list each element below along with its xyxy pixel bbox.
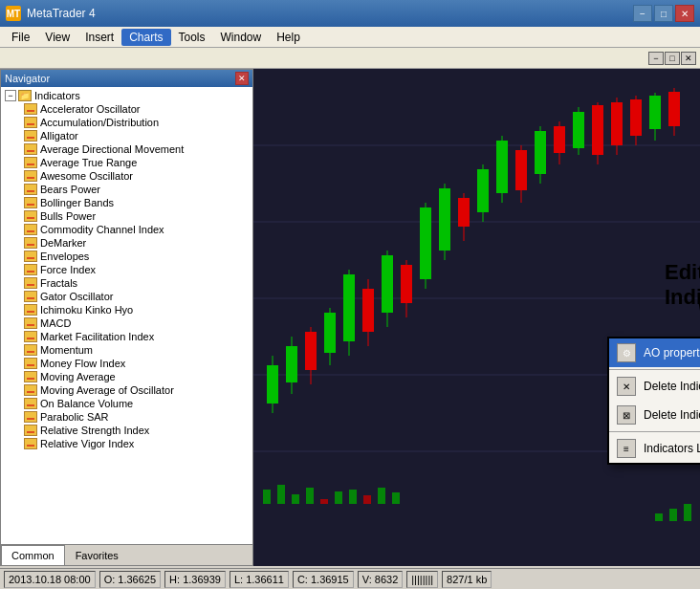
list-item[interactable]: Average True Range — [1, 156, 252, 169]
svg-rect-37 — [554, 126, 565, 153]
list-item[interactable]: Force Index — [1, 263, 252, 276]
list-item[interactable]: Accelerator Oscillator — [1, 102, 252, 116]
app-icon-text: MT — [7, 9, 20, 19]
context-menu-item-indicators-list[interactable]: ≡ Indicators List Ctrl+I — [609, 434, 700, 463]
list-item[interactable]: Gator Oscillator — [1, 290, 252, 303]
svg-rect-7 — [267, 365, 278, 404]
indicators-list-label: Indicators List — [644, 442, 700, 455]
svg-rect-56 — [349, 490, 357, 504]
svg-rect-29 — [477, 169, 489, 212]
minimize-button[interactable]: − — [633, 5, 652, 22]
indicator-label: Momentum — [40, 344, 93, 356]
indicator-icon — [24, 425, 37, 436]
indicator-label: Bollinger Bands — [40, 197, 114, 208]
context-menu-item-delete-indicator[interactable]: ✕ Delete Indicator — [609, 372, 700, 401]
indicators-list-icon: ≡ — [617, 439, 636, 458]
navigator-title: Navigator — [5, 73, 50, 84]
indicator-icon — [24, 264, 37, 275]
navigator-panel: Navigator ✕ − 📁 Indicators Accelerator O… — [0, 69, 253, 566]
navigator-close-button[interactable]: ✕ — [235, 72, 249, 85]
list-item[interactable]: Bulls Power — [1, 209, 252, 223]
list-item[interactable]: Commodity Channel Index — [1, 223, 252, 236]
list-item[interactable]: Average Directional Movement — [1, 142, 252, 156]
list-item[interactable]: DeMarker — [1, 236, 252, 250]
list-item[interactable]: Alligator — [1, 129, 252, 142]
menu-view[interactable]: View — [37, 29, 77, 46]
inner-maximize[interactable]: □ — [665, 52, 680, 65]
list-item[interactable]: Bears Power — [1, 183, 252, 196]
tree-root-item[interactable]: − 📁 Indicators — [1, 89, 252, 102]
list-item[interactable]: Parabolic SAR — [1, 410, 252, 424]
list-item[interactable]: Relative Strength Index — [1, 424, 252, 437]
list-item[interactable]: Accumulation/Distribution — [1, 116, 252, 129]
list-item[interactable]: Market Facilitation Index — [1, 330, 252, 343]
status-close: C: 1.36915 — [293, 571, 354, 588]
menu-bar: File View Insert Charts Tools Window Hel… — [0, 27, 700, 48]
indicator-icon — [24, 251, 37, 262]
status-bar-indicator: |||||||| — [406, 571, 438, 588]
indicator-label: Relative Vigor Index — [40, 438, 134, 449]
status-volume: V: 8632 — [358, 571, 404, 588]
navigator-content[interactable]: − 📁 Indicators Accelerator Oscillator Ac… — [1, 87, 252, 544]
list-item[interactable]: Momentum — [1, 343, 252, 357]
context-menu: ⚙ AO properties... ✕ Delete Indicator ⊠ … — [607, 337, 700, 465]
context-menu-item-delete-window[interactable]: ⊠ Delete Indicator Window — [609, 401, 700, 429]
inner-close[interactable]: ✕ — [681, 52, 696, 65]
indicator-label: Money Flow Index — [40, 358, 125, 369]
list-item[interactable]: Ichimoku Kinko Hyo — [1, 303, 252, 316]
status-low: L: 1.36611 — [230, 571, 289, 588]
indicator-icon — [24, 291, 37, 302]
list-item[interactable]: Bollinger Bands — [1, 196, 252, 209]
status-datetime: 2013.10.18 08:00 — [4, 571, 96, 588]
indicator-label: Awesome Oscillator — [40, 170, 133, 182]
menu-help[interactable]: Help — [269, 29, 308, 46]
status-bar: 2013.10.18 08:00 O: 1.36625 H: 1.36939 L… — [0, 568, 700, 589]
indicator-label: Relative Strength Index — [40, 425, 149, 436]
list-item[interactable]: On Balance Volume — [1, 397, 252, 410]
delete-window-icon: ⊠ — [617, 405, 636, 425]
window-title: MetaTrader 4 — [27, 7, 633, 20]
close-button[interactable]: ✕ — [675, 5, 694, 22]
tab-favorites[interactable]: Favorites — [65, 545, 129, 565]
indicator-label: Accumulation/Distribution — [40, 117, 159, 128]
root-expand-btn[interactable]: − — [5, 90, 16, 101]
list-item[interactable]: Moving Average of Oscillator — [1, 383, 252, 397]
title-bar-controls: − □ ✕ — [633, 5, 694, 22]
list-item[interactable]: Money Flow Index — [1, 357, 252, 370]
menu-charts[interactable]: Charts — [121, 29, 170, 46]
indicator-label: Envelopes — [40, 251, 89, 262]
delete-indicator-label: Delete Indicator — [644, 380, 700, 393]
list-item[interactable]: Moving Average — [1, 370, 252, 383]
svg-rect-11 — [305, 332, 317, 370]
indicator-icon — [24, 371, 37, 382]
svg-rect-23 — [420, 207, 431, 279]
indicator-label: Accelerator Oscillator — [40, 103, 141, 115]
list-item[interactable]: Fractals — [1, 276, 252, 290]
navigator-tabs: Common Favorites — [1, 544, 252, 565]
indicator-label: Ichimoku Kinko Hyo — [40, 304, 133, 316]
indicator-icon — [24, 197, 37, 208]
menu-tools[interactable]: Tools — [171, 29, 213, 46]
indicator-label: Gator Oscillator — [40, 291, 113, 302]
indicator-label: Moving Average of Oscillator — [40, 384, 174, 396]
list-item[interactable]: MACD — [1, 316, 252, 330]
status-open: O: 1.36625 — [99, 571, 161, 588]
main-layout: Navigator ✕ − 📁 Indicators Accelerator O… — [0, 69, 700, 566]
list-item[interactable]: Relative Vigor Index — [1, 437, 252, 450]
inner-minimize[interactable]: − — [648, 52, 664, 65]
list-item[interactable]: Awesome Oscillator — [1, 169, 252, 183]
context-menu-item-ao-properties[interactable]: ⚙ AO properties... — [609, 338, 700, 367]
list-item[interactable]: Envelopes — [1, 250, 252, 263]
indicator-icon — [24, 117, 37, 128]
tab-common[interactable]: Common — [1, 545, 65, 565]
inner-window-bar: − □ ✕ — [0, 48, 700, 69]
menu-insert[interactable]: Insert — [77, 29, 121, 46]
menu-window[interactable]: Window — [213, 29, 270, 46]
chart-area[interactable]: Edit Indicator ⚙ AO properties... ✕ Dele… — [253, 69, 700, 566]
menu-file[interactable]: File — [4, 29, 37, 46]
svg-rect-62 — [684, 504, 691, 521]
properties-icon: ⚙ — [617, 343, 636, 362]
indicator-icon — [24, 237, 37, 249]
maximize-button[interactable]: □ — [654, 5, 673, 22]
indicator-icon — [24, 304, 37, 316]
